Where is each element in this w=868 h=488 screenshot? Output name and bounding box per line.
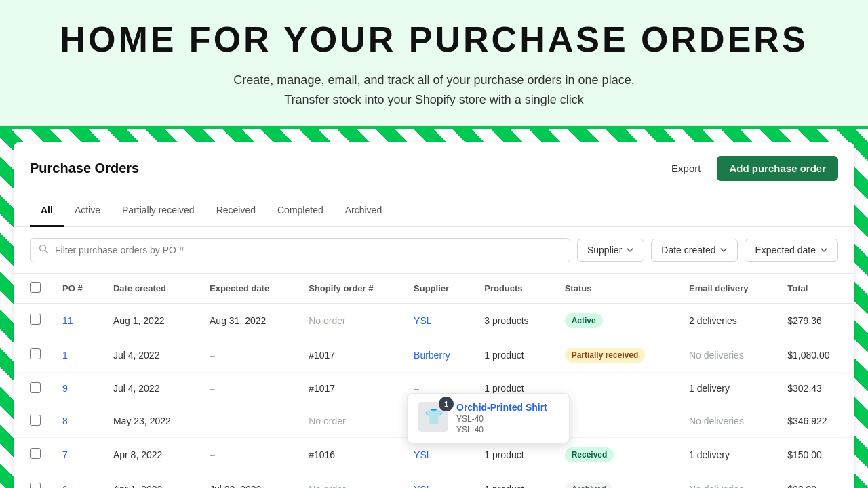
- purchase-orders-table: PO # Date created Expected date Shopify …: [14, 274, 854, 488]
- status-cell: Active: [554, 303, 678, 338]
- email-delivery-cell: No deliveries: [678, 472, 776, 488]
- total-cell: $23.00: [776, 472, 854, 488]
- tab-archived[interactable]: Archived: [334, 195, 393, 227]
- col-products: Products: [473, 274, 553, 304]
- expected-date-cell: Aug 31, 2022: [199, 303, 298, 338]
- card-header: Purchase Orders Export Add purchase orde…: [14, 142, 854, 195]
- row-checkbox[interactable]: [30, 483, 41, 488]
- col-total: Total: [776, 274, 854, 304]
- supplier-filter-button[interactable]: Supplier: [577, 239, 644, 262]
- expected-date-cell: –: [199, 405, 298, 437]
- shopify-order-cell: No order: [298, 472, 403, 488]
- purchase-orders-card: Purchase Orders Export Add purchase orde…: [14, 142, 854, 488]
- hero-title: HOME FOR YOUR PURCHASE ORDERS: [14, 19, 854, 60]
- card-title: Purchase Orders: [30, 161, 139, 176]
- status-cell: Partially received: [554, 338, 678, 372]
- table-row: 1 Jul 4, 2022 – #1017 Burberry 1 product…: [14, 338, 854, 372]
- col-supplier: Supplier: [403, 274, 473, 304]
- search-input[interactable]: [30, 238, 570, 262]
- date-created-cell: Apr 8, 2022: [102, 437, 199, 472]
- products-cell: 3 products: [473, 303, 553, 338]
- products-cell: 1 product: [473, 338, 553, 372]
- row-checkbox[interactable]: [30, 348, 41, 359]
- table-row: 6 Apr 1, 2022 Jul 22, 2022 No order YSL …: [14, 472, 854, 488]
- email-delivery-cell: No deliveries: [678, 405, 776, 437]
- tooltip-badge-count: 1: [439, 396, 454, 411]
- col-email-delivery: Email delivery: [678, 274, 776, 304]
- po-link[interactable]: 7: [62, 449, 68, 460]
- supplier-link[interactable]: YSL: [414, 484, 431, 488]
- tab-all[interactable]: All: [30, 195, 64, 227]
- total-cell: $302.43: [776, 372, 854, 405]
- email-delivery-cell: 2 deliveries: [678, 303, 776, 338]
- status-cell: [554, 372, 678, 405]
- row-checkbox[interactable]: [30, 448, 41, 459]
- expected-date-cell: –: [199, 437, 298, 472]
- expected-date-cell: Jul 22, 2022: [199, 472, 298, 488]
- expected-date-filter-button[interactable]: Expected date: [745, 239, 838, 262]
- expected-date-cell: –: [199, 338, 298, 372]
- date-created-cell: Jul 4, 2022: [102, 338, 199, 372]
- col-shopify-order: Shopify order #: [298, 274, 403, 304]
- col-expected-date: Expected date: [199, 274, 298, 304]
- status-badge: Archived: [565, 482, 613, 488]
- po-link[interactable]: 1: [62, 350, 68, 361]
- status-badge: Active: [565, 313, 603, 328]
- supplier-cell: YSL: [403, 472, 473, 488]
- tooltip-sku1: YSL-40: [456, 414, 547, 424]
- search-wrapper: [30, 238, 570, 262]
- total-cell: $346,922: [776, 405, 854, 437]
- supplier-link[interactable]: YSL: [414, 315, 431, 326]
- tooltip-info: Orchid-Printed Shirt YSL-40 YSL-40: [456, 402, 547, 434]
- export-button[interactable]: Export: [663, 157, 709, 180]
- main-wrapper: Purchase Orders Export Add purchase orde…: [0, 129, 868, 488]
- date-created-filter-button[interactable]: Date created: [651, 239, 738, 262]
- total-cell: $150.00: [776, 437, 854, 472]
- status-cell: Archived: [554, 472, 678, 488]
- tab-received[interactable]: Received: [205, 195, 267, 227]
- chevron-down-icon: [626, 246, 634, 254]
- chevron-down-icon: [719, 246, 728, 254]
- status-badge: Partially received: [565, 348, 646, 363]
- tab-bar: All Active Partially received Received C…: [14, 195, 854, 227]
- row-checkbox[interactable]: [30, 314, 41, 325]
- tooltip-sku2: YSL-40: [456, 425, 547, 434]
- po-link[interactable]: 6: [62, 484, 68, 488]
- row-checkbox[interactable]: [30, 382, 41, 393]
- shopify-order-cell: #1016: [298, 437, 403, 472]
- status-badge: Received: [565, 447, 614, 462]
- supplier-cell: Burberry: [403, 338, 473, 372]
- table-row: 11 Aug 1, 2022 Aug 31, 2022 No order YSL…: [14, 303, 854, 338]
- shopify-order-cell: No order: [298, 303, 403, 338]
- tab-completed[interactable]: Completed: [267, 195, 334, 227]
- total-cell: $279.36: [776, 303, 854, 338]
- shopify-order-cell: No order: [298, 405, 403, 437]
- col-po: PO #: [52, 274, 102, 304]
- po-link[interactable]: 11: [62, 315, 73, 326]
- po-link[interactable]: 8: [62, 415, 68, 426]
- product-tooltip: 👕 1 Orchid-Printed Shirt YSL-40 YSL-40: [407, 393, 570, 443]
- tab-active[interactable]: Active: [64, 195, 111, 227]
- supplier-link[interactable]: YSL: [414, 449, 431, 460]
- chevron-down-icon: [820, 246, 828, 254]
- shopify-order-cell: #1017: [298, 338, 403, 372]
- expected-date-cell: –: [199, 372, 298, 405]
- select-all-checkbox[interactable]: [30, 282, 41, 293]
- row-checkbox[interactable]: [30, 415, 41, 426]
- date-created-cell: Aug 1, 2022: [102, 303, 199, 338]
- date-created-cell: Jul 4, 2022: [102, 372, 199, 405]
- supplier-cell: YSL: [403, 303, 473, 338]
- hero-section: HOME FOR YOUR PURCHASE ORDERS Create, ma…: [0, 0, 868, 129]
- hero-subtitle: Create, manage, email, and track all of …: [14, 70, 854, 110]
- tooltip-product-name[interactable]: Orchid-Printed Shirt: [456, 402, 547, 413]
- total-cell: $1,080.00: [776, 338, 854, 372]
- add-purchase-order-button[interactable]: Add purchase order: [717, 156, 838, 181]
- supplier-link[interactable]: Burberry: [414, 350, 450, 361]
- email-delivery-cell: No deliveries: [678, 338, 776, 372]
- status-cell: [554, 405, 678, 437]
- date-created-cell: Apr 1, 2022: [102, 472, 199, 488]
- tab-partially-received[interactable]: Partially received: [111, 195, 205, 227]
- email-delivery-cell: 1 delivery: [678, 437, 776, 472]
- po-link[interactable]: 9: [62, 383, 68, 394]
- filter-bar: Supplier Date created Expected date: [14, 227, 854, 274]
